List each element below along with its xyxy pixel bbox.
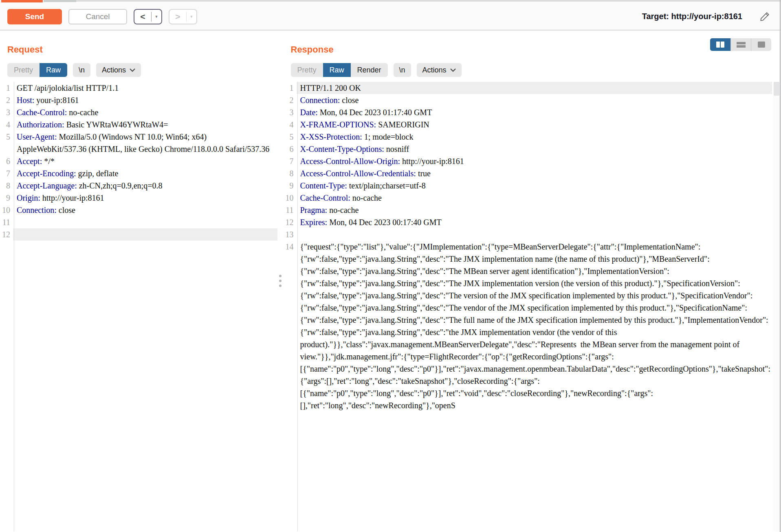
line-content[interactable]: HTTP/1.1 200 OK bbox=[297, 82, 772, 94]
tab-raw[interactable]: Raw bbox=[40, 63, 67, 77]
line-content[interactable]: Host: your-ip:8161 bbox=[13, 94, 277, 106]
header-name: Connection: bbox=[300, 96, 340, 105]
header-name: Expires: bbox=[300, 218, 328, 227]
header-name: X-Content-Type-Options: bbox=[300, 144, 384, 153]
line-content[interactable] bbox=[297, 228, 772, 241]
editor-line: 3Cache-Control: no-cache bbox=[0, 106, 277, 118]
response-format-tabs: Pretty Raw Render bbox=[291, 63, 388, 77]
response-scrollbar[interactable] bbox=[773, 82, 780, 531]
request-actions-button[interactable]: Actions bbox=[96, 63, 141, 77]
back-dropdown-caret-icon: ▼ bbox=[152, 15, 161, 19]
line-number: 13 bbox=[284, 228, 297, 241]
line-content[interactable]: X-XSS-Protection: 1; mode=block bbox=[297, 131, 772, 143]
header-name: Content-Type: bbox=[300, 181, 347, 190]
editor-line: 9Origin: http://your-ip:8161 bbox=[0, 192, 277, 204]
line-content[interactable]: Access-Control-Allow-Origin: http://your… bbox=[297, 155, 772, 167]
line-content[interactable]: Connection: close bbox=[13, 204, 277, 216]
inactive-tab-indicator[interactable] bbox=[44, 0, 76, 2]
line-content[interactable]: Accept: */* bbox=[13, 155, 277, 167]
editor-line: 13 bbox=[284, 228, 781, 241]
editor-line: 2Host: your-ip:8161 bbox=[0, 94, 277, 106]
line-content[interactable]: User-Agent: Mozilla/5.0 (Windows NT 10.0… bbox=[13, 131, 277, 155]
newline-toggle-button[interactable]: \n bbox=[394, 63, 411, 77]
tab-strip-line bbox=[76, 0, 781, 2]
line-content[interactable] bbox=[13, 216, 277, 228]
line-content[interactable]: Expires: Mon, 04 Dec 2023 00:17:40 GMT bbox=[297, 216, 772, 228]
active-tab-indicator[interactable] bbox=[1, 0, 43, 2]
line-number: 7 bbox=[0, 167, 13, 180]
editor-line: 1HTTP/1.1 200 OK bbox=[284, 82, 781, 94]
history-forward-button[interactable]: > ▼ bbox=[169, 9, 197, 24]
line-content[interactable]: GET /api/jolokia/list HTTP/1.1 bbox=[13, 82, 277, 94]
line-content[interactable]: Accept-Encoding: gzip, deflate bbox=[13, 167, 277, 180]
line-content[interactable]: Cache-Control: no-cache bbox=[297, 192, 772, 204]
line-content[interactable]: Access-Control-Allow-Credentials: true bbox=[297, 167, 772, 180]
tab-pretty[interactable]: Pretty bbox=[291, 63, 323, 77]
line-number: 3 bbox=[284, 106, 297, 118]
line-number: 7 bbox=[284, 155, 297, 167]
line-number: 1 bbox=[284, 82, 297, 94]
editor-line: 4X-FRAME-OPTIONS: SAMEORIGIN bbox=[284, 118, 781, 131]
split-view: Request Pretty Raw \n Actions 1GET /api/… bbox=[0, 31, 781, 531]
edit-target-pencil-icon[interactable] bbox=[759, 11, 770, 22]
header-name: Host: bbox=[17, 96, 34, 105]
tab-pretty[interactable]: Pretty bbox=[7, 63, 40, 77]
history-back-button[interactable]: < ▼ bbox=[134, 9, 162, 24]
editor-line: 8Accept-Language: zh-CN,zh;q=0.9,en;q=0.… bbox=[0, 180, 277, 192]
header-name: Cache-Control: bbox=[300, 193, 350, 202]
header-name: User-Agent: bbox=[17, 132, 57, 141]
request-editor[interactable]: 1GET /api/jolokia/list HTTP/1.12Host: yo… bbox=[0, 82, 277, 531]
line-number: 9 bbox=[284, 180, 297, 192]
scrollbar-thumb[interactable] bbox=[774, 82, 779, 96]
line-number: 8 bbox=[284, 167, 297, 180]
back-chevron-icon: < bbox=[134, 12, 151, 22]
line-content[interactable]: Origin: http://your-ip:8161 bbox=[13, 192, 277, 204]
header-name: Accept-Encoding: bbox=[17, 169, 76, 178]
editor-line: 5X-XSS-Protection: 1; mode=block bbox=[284, 131, 781, 143]
line-content[interactable]: Cache-Control: no-cache bbox=[13, 106, 277, 118]
request-tab-row: Pretty Raw \n Actions bbox=[7, 63, 270, 77]
editor-line: 4Authorization: Basic YWRtaW46YWRtaW4= bbox=[0, 118, 277, 131]
line-number: 11 bbox=[284, 204, 297, 216]
line-content[interactable]: Authorization: Basic YWRtaW46YWRtaW4= bbox=[13, 118, 277, 131]
view-single-button[interactable] bbox=[751, 38, 771, 51]
line-content[interactable]: Pragma: no-cache bbox=[297, 204, 772, 216]
tab-raw[interactable]: Raw bbox=[323, 63, 351, 77]
header-name: Access-Control-Allow-Credentials: bbox=[300, 169, 416, 178]
line-content[interactable]: Content-Type: text/plain;charset=utf-8 bbox=[297, 180, 772, 192]
view-columns-button[interactable] bbox=[710, 38, 730, 51]
response-tab-row: Pretty Raw Render \n Actions bbox=[291, 63, 774, 77]
line-content[interactable]: {"request":{"type":"list"},"value":{"JMI… bbox=[297, 241, 772, 412]
chevron-down-icon bbox=[130, 68, 135, 72]
tab-render[interactable]: Render bbox=[351, 63, 388, 77]
editor-line: 7Access-Control-Allow-Origin: http://you… bbox=[284, 155, 781, 167]
response-actions-button[interactable]: Actions bbox=[417, 63, 462, 77]
header-name: Accept: bbox=[17, 157, 42, 166]
send-button[interactable]: Send bbox=[7, 9, 62, 24]
view-rows-button[interactable] bbox=[730, 38, 751, 51]
editor-line: 14{"request":{"type":"list"},"value":{"J… bbox=[284, 241, 781, 412]
response-editor[interactable]: 1HTTP/1.1 200 OK2Connection: close3Date:… bbox=[284, 82, 781, 531]
line-content[interactable] bbox=[13, 228, 277, 241]
line-content[interactable]: Date: Mon, 04 Dec 2023 01:17:40 GMT bbox=[297, 106, 772, 118]
line-content[interactable]: X-Content-Type-Options: nosniff bbox=[297, 143, 772, 155]
line-content[interactable]: X-FRAME-OPTIONS: SAMEORIGIN bbox=[297, 118, 772, 131]
line-content[interactable]: Accept-Language: zh-CN,zh;q=0.9,en;q=0.8 bbox=[13, 180, 277, 192]
header-name: Pragma: bbox=[300, 206, 328, 215]
repeater-tab-strip bbox=[0, 0, 781, 3]
cancel-button[interactable]: Cancel bbox=[68, 9, 127, 24]
panel-splitter[interactable] bbox=[277, 31, 284, 531]
actions-label: Actions bbox=[102, 66, 126, 74]
editor-line: 9Content-Type: text/plain;charset=utf-8 bbox=[284, 180, 781, 192]
chevron-down-icon bbox=[450, 68, 456, 72]
header-name: Access-Control-Allow-Origin: bbox=[300, 157, 400, 166]
line-content[interactable]: Connection: close bbox=[297, 94, 772, 106]
line-number: 3 bbox=[0, 106, 13, 118]
line-number: 12 bbox=[284, 216, 297, 228]
newline-toggle-button[interactable]: \n bbox=[73, 63, 90, 77]
rows-layout-icon bbox=[737, 42, 746, 48]
splitter-grip-icon bbox=[279, 275, 282, 287]
editor-line: 8Access-Control-Allow-Credentials: true bbox=[284, 167, 781, 180]
editor-line: 11Pragma: no-cache bbox=[284, 204, 781, 216]
forward-chevron-icon: > bbox=[169, 12, 186, 22]
